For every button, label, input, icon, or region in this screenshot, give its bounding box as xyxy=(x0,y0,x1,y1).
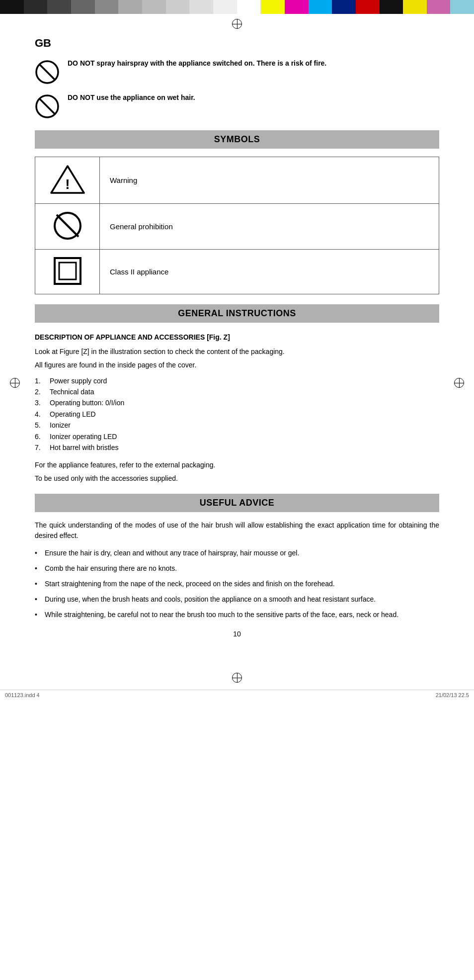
list-number: 7. xyxy=(35,442,41,453)
no-wet-icon xyxy=(35,94,60,120)
color-segment xyxy=(95,0,119,14)
no-spray-icon xyxy=(35,60,60,86)
description-intro2: All figures are found in the inside page… xyxy=(35,360,439,370)
list-text: Hot barrel with bristles xyxy=(50,444,119,451)
registration-mark xyxy=(232,19,242,29)
footer-left: 001123.indd 4 xyxy=(5,692,40,698)
list-item: During use, when the brush heats and coo… xyxy=(35,594,439,605)
registration-marks-bottom xyxy=(0,668,474,688)
list-text: Operating LED xyxy=(50,410,96,418)
color-bar xyxy=(0,0,474,14)
list-item: 5.Ionizer xyxy=(35,420,439,431)
list-number: 5. xyxy=(35,420,41,431)
useful-advice-list: Ensure the hair is dry, clean and withou… xyxy=(35,548,439,620)
language-label: GB xyxy=(35,37,439,50)
registration-mark xyxy=(454,378,464,388)
list-number: 6. xyxy=(35,431,41,442)
svg-rect-9 xyxy=(59,263,76,279)
symbol-cell-warning: ! xyxy=(35,157,100,204)
page-number: 10 xyxy=(35,630,439,638)
color-segment xyxy=(71,0,95,14)
color-segment xyxy=(47,0,71,14)
symbol-label-prohibition: General prohibition xyxy=(100,204,439,250)
footer: 001123.indd 4 21/02/13 22.5 xyxy=(0,690,474,700)
components-list: 1.Power supply cord 2.Technical data 3.O… xyxy=(35,375,439,453)
symbol-cell-class2 xyxy=(35,250,100,294)
warning-text-2: DO NOT use the appliance on wet hair. xyxy=(68,93,195,103)
registration-mark xyxy=(10,378,20,388)
list-item: Start straightening from the nape of the… xyxy=(35,579,439,589)
svg-line-7 xyxy=(57,215,79,237)
warning-row-1: DO NOT spray hairspray with the applianc… xyxy=(35,59,439,86)
symbols-header: SYMBOLS xyxy=(35,130,439,149)
list-number: 1. xyxy=(35,375,41,386)
description-intro1: Look at Figure [Z] in the illustration s… xyxy=(35,347,439,357)
list-item: 7.Hot barrel with bristles xyxy=(35,442,439,453)
description-outro2: To be used only with the accessories sup… xyxy=(35,473,439,484)
color-segment xyxy=(237,0,261,14)
useful-advice-header: USEFUL ADVICE xyxy=(35,494,439,512)
color-segment xyxy=(450,0,474,14)
color-segment xyxy=(189,0,213,14)
color-segment xyxy=(213,0,237,14)
registration-mark-right xyxy=(454,378,464,389)
color-segment xyxy=(309,0,332,14)
list-item: Comb the hair ensuring there are no knot… xyxy=(35,563,439,574)
list-text: Power supply cord xyxy=(50,377,107,385)
registration-mark-left xyxy=(10,378,20,389)
description-outro1: For the appliance features, refer to the… xyxy=(35,460,439,470)
list-text: Ionizer xyxy=(50,421,71,429)
list-text: Operating button: 0/I/ion xyxy=(50,399,124,407)
prohibition-icon xyxy=(53,211,82,241)
color-segment xyxy=(118,0,142,14)
symbol-label-warning: Warning xyxy=(100,157,439,204)
list-item: 1.Power supply cord xyxy=(35,375,439,386)
warning-triangle-icon: ! xyxy=(50,164,85,195)
list-number: 4. xyxy=(35,409,41,420)
table-row: Class II appliance xyxy=(35,250,439,294)
registration-marks-top xyxy=(0,14,474,32)
color-segment xyxy=(285,0,309,14)
class2-icon xyxy=(53,257,82,285)
color-segment xyxy=(403,0,427,14)
symbol-cell-prohibition xyxy=(35,204,100,250)
color-segment xyxy=(261,0,285,14)
list-item: While straightening, be careful not to n… xyxy=(35,610,439,620)
list-item: 3.Operating button: 0/I/ion xyxy=(35,397,439,408)
list-number: 3. xyxy=(35,397,41,408)
list-text: Technical data xyxy=(50,388,94,396)
list-text: Ionizer operating LED xyxy=(50,433,117,441)
svg-line-1 xyxy=(39,64,55,80)
list-item: Ensure the hair is dry, clean and withou… xyxy=(35,548,439,558)
warning-row-2: DO NOT use the appliance on wet hair. xyxy=(35,93,439,120)
symbols-table: ! Warning General prohibition xyxy=(35,157,439,294)
table-row: ! Warning xyxy=(35,157,439,204)
color-segment xyxy=(142,0,166,14)
main-content: GB DO NOT spray hairspray with the appli… xyxy=(0,32,474,668)
symbol-label-class2: Class II appliance xyxy=(100,250,439,294)
svg-line-3 xyxy=(39,98,55,114)
table-row: General prohibition xyxy=(35,204,439,250)
list-item: 6.Ionizer operating LED xyxy=(35,431,439,442)
list-item: 4.Operating LED xyxy=(35,409,439,420)
registration-mark xyxy=(232,673,242,683)
list-item: 2.Technical data xyxy=(35,386,439,397)
color-segment xyxy=(427,0,451,14)
description-subtitle: DESCRIPTION OF APPLIANCE AND ACCESSORIES… xyxy=(35,333,439,343)
footer-right: 21/02/13 22.5 xyxy=(436,692,469,698)
color-segment xyxy=(0,0,24,14)
general-instructions-header: GENERAL INSTRUCTIONS xyxy=(35,304,439,323)
color-segment xyxy=(24,0,48,14)
color-segment xyxy=(380,0,403,14)
svg-text:!: ! xyxy=(65,177,70,192)
color-segment xyxy=(332,0,356,14)
warning-text-1: DO NOT spray hairspray with the applianc… xyxy=(68,59,326,69)
list-number: 2. xyxy=(35,386,41,397)
color-segment xyxy=(166,0,190,14)
color-segment xyxy=(356,0,380,14)
useful-advice-intro: The quick understanding of the modes of … xyxy=(35,520,439,541)
